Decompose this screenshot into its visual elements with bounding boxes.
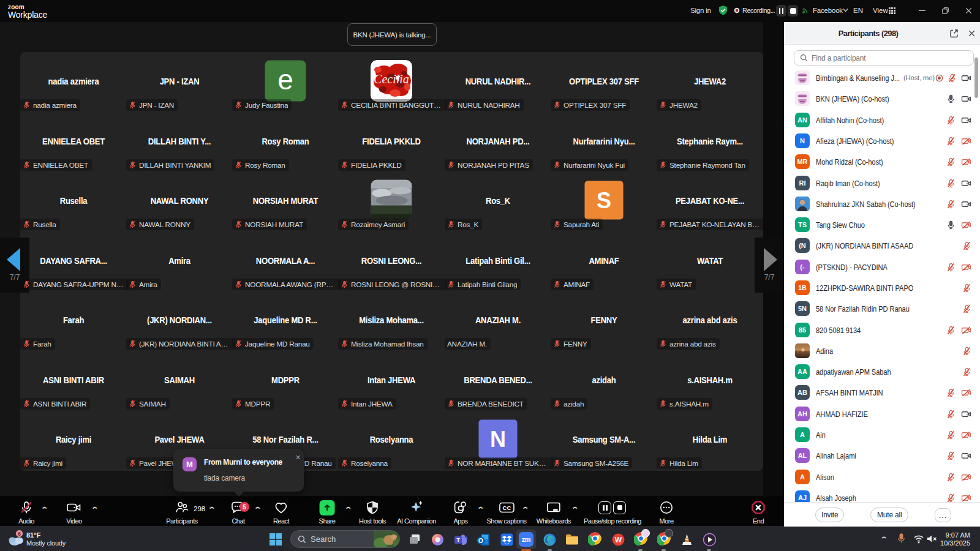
svg-text:O: O [478, 538, 483, 544]
svg-text:W: W [614, 536, 622, 544]
svg-text:T: T [456, 537, 460, 543]
svg-text:CC: CC [502, 504, 511, 511]
svg-text:Cecilia: Cecilia [374, 72, 409, 86]
